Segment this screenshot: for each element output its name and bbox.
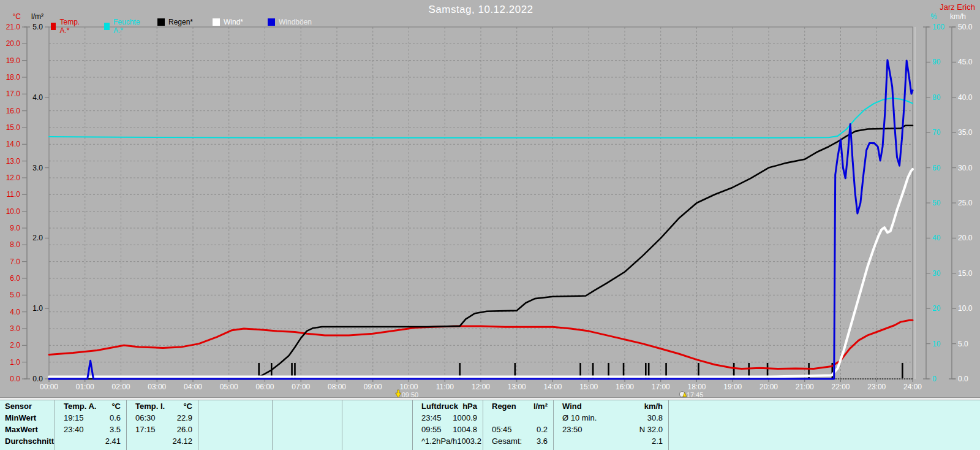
wind-axis-tick-label: 5.0 xyxy=(958,340,968,348)
table-row xyxy=(342,435,412,447)
table-cell xyxy=(336,435,342,447)
weather-app-window: 0.01.02.03.04.05.06.07.08.09.010.011.012… xyxy=(0,0,980,450)
x-axis-tick-label: 11:00 xyxy=(436,383,454,391)
table-cell xyxy=(336,412,342,424)
table-cell xyxy=(974,435,980,447)
table-cell: ^1.2hPa/h xyxy=(413,435,457,447)
table-cell: °C xyxy=(183,400,198,412)
table-cell: 0.6 xyxy=(110,412,126,424)
legend-color-swatch-icon xyxy=(51,23,56,30)
hum-axis-tick-label: 50 xyxy=(932,199,941,207)
table-row xyxy=(342,400,412,412)
temp-axis-tick-label: 15.0 xyxy=(6,123,21,132)
table-cell xyxy=(49,424,55,435)
table-row xyxy=(483,412,553,424)
x-axis-tick-label: 19:00 xyxy=(723,383,742,391)
table-row: 06:3022.9 xyxy=(127,412,198,424)
table-cell xyxy=(198,400,207,412)
x-axis-tick-label: 05:00 xyxy=(220,383,238,391)
table-row: Ø 10 min.30.8 xyxy=(554,412,668,424)
temp-axis-tick-label: 2.0 xyxy=(10,341,20,349)
table-cell xyxy=(407,412,412,424)
x-axis-tick-label: 08:00 xyxy=(328,383,346,391)
table-cell xyxy=(342,400,351,412)
temp-axis: 0.01.02.03.04.05.06.07.08.09.010.011.012… xyxy=(6,23,30,383)
table-row: MinWert xyxy=(0,412,55,424)
table-row xyxy=(669,412,980,424)
temp-axis-tick-label: 10.0 xyxy=(6,207,21,216)
table-cell xyxy=(49,400,55,412)
temp-axis-tick-label: 6.0 xyxy=(10,274,20,283)
x-axis-tick-label: 13:00 xyxy=(508,383,526,391)
legend-item-regen-[interactable]: Regen* xyxy=(157,18,193,26)
weather-chart[interactable]: 0.01.02.03.04.05.06.07.08.09.010.011.012… xyxy=(0,0,980,397)
table-row xyxy=(273,412,342,424)
hum-axis-tick-label: 90 xyxy=(932,58,941,66)
x-axis-tick-label: 20:00 xyxy=(760,383,778,391)
hum-axis-tick-label: 20 xyxy=(932,304,941,313)
table-cell xyxy=(669,424,677,435)
hum-axis-tick-label: 100 xyxy=(932,23,944,31)
table-cell: Durchschnitt xyxy=(0,435,54,447)
table-cell: 3.5 xyxy=(110,424,126,435)
table-cell: 1000.9 xyxy=(453,412,483,424)
table-row: Regenl/m² xyxy=(483,400,553,412)
temp-axis-tick-label: 1.0 xyxy=(10,358,20,367)
table-row xyxy=(198,424,272,435)
legend-item-windb-en[interactable]: Windböen xyxy=(268,18,312,26)
table-row: Windkm/h xyxy=(554,400,668,412)
table-row xyxy=(273,424,342,435)
table-cell xyxy=(198,424,207,435)
table-cell xyxy=(336,424,342,435)
x-axis-tick-label: 14:00 xyxy=(543,383,562,391)
wind-axis-tick-label: 25.0 xyxy=(958,199,973,207)
table-cell xyxy=(55,435,64,447)
legend-item-feuchte-a-[interactable]: Feuchte A.* xyxy=(104,18,141,35)
temp-axis-tick-label: 21.0 xyxy=(6,23,21,31)
table-row: 05:450.2 xyxy=(483,424,553,435)
page-title: Samstag, 10.12.2022 xyxy=(49,4,913,16)
table-cell xyxy=(974,424,980,435)
table-cell: 1003.2 xyxy=(457,435,483,447)
wind-axis-tick-label: 30.0 xyxy=(958,164,973,172)
legend-color-swatch-icon xyxy=(157,18,165,26)
table-row xyxy=(669,400,980,412)
table-row: Temp. I.°C xyxy=(127,400,198,412)
table-row: 23:451000.9 xyxy=(413,412,483,424)
x-axis-tick-label: 00:00 xyxy=(40,383,58,391)
station-name: Jarz Erich xyxy=(940,2,975,12)
table-cell: Wind xyxy=(554,400,582,412)
table-cell xyxy=(669,412,677,424)
temp-axis-tick-label: 8.0 xyxy=(10,240,20,249)
x-axis-tick-label: 09:00 xyxy=(364,383,382,391)
legend-item-label: Windböen xyxy=(279,18,312,26)
time-marker-17-45: 17:45 xyxy=(679,391,703,397)
x-axis-tick-label: 22:00 xyxy=(831,383,850,391)
wind-axis-tick-label: 35.0 xyxy=(958,128,973,137)
table-row: ^1.2hPa/h1003.2 xyxy=(413,435,483,447)
table-column-luftdruck: LuftdruckhPa23:451000.909:551004.8^1.2hP… xyxy=(412,400,483,450)
x-axis-tick-label: 16:00 xyxy=(616,383,634,391)
table-cell xyxy=(127,435,135,447)
table-row xyxy=(198,400,272,412)
x-axis-tick-label: 06:00 xyxy=(255,383,274,391)
table-column-wind: Windkm/hØ 10 min.30.823:50N 32.02.1 xyxy=(553,400,668,450)
table-column-empty xyxy=(198,400,272,450)
hum-axis-tick-label: 10 xyxy=(932,340,941,348)
legend-color-swatch-icon xyxy=(268,18,275,26)
hum-axis-tick-label: 0 xyxy=(932,375,937,383)
table-cell: Luftdruck xyxy=(413,400,458,412)
table-cell: 3.6 xyxy=(537,435,553,447)
table-cell xyxy=(407,435,412,447)
table-cell: Sensor xyxy=(0,400,32,412)
table-column-temp-i-: Temp. I.°C06:3022.917:1526.024.12 xyxy=(126,400,198,450)
table-cell: 23:50 xyxy=(554,424,582,435)
wind-axis-tick-label: 45.0 xyxy=(958,58,973,66)
table-row: Sensor xyxy=(0,400,55,412)
x-axis-tick-label: 04:00 xyxy=(184,383,202,391)
table-cell xyxy=(342,424,351,435)
legend-item-temp-a-[interactable]: Temp. A.* xyxy=(51,18,82,35)
legend-item-wind-[interactable]: Wind* xyxy=(213,18,243,26)
legend-item-label: Temp. A.* xyxy=(59,18,81,35)
x-axis-tick-label: 21:00 xyxy=(796,383,814,391)
